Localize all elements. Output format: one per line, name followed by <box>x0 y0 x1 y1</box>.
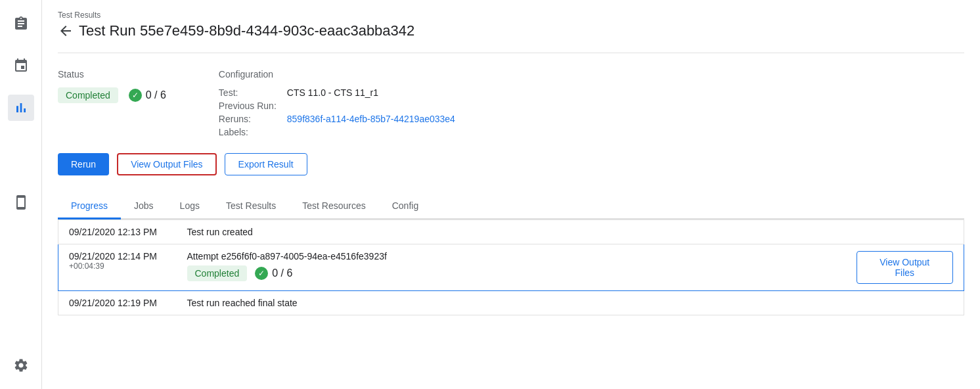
status-section: Status Completed ✓ 0 / 6 <box>58 69 166 137</box>
sidebar-item-chart[interactable] <box>8 95 34 121</box>
back-button[interactable] <box>58 23 74 39</box>
view-output-cell: View Output Files <box>846 244 964 291</box>
info-row: Status Completed ✓ 0 / 6 Configuration T… <box>58 69 964 137</box>
sidebar-item-device[interactable] <box>8 189 34 216</box>
status-label: Status <box>58 69 166 80</box>
attempt-check-icon: ✓ <box>255 267 268 280</box>
attempt-score: ✓ 0 / 6 <box>255 267 292 280</box>
config-label: Configuration <box>219 69 455 80</box>
event-cell: Test run reached final state <box>177 291 846 315</box>
config-key-reruns: Reruns: <box>219 114 277 124</box>
timestamp-primary: 09/21/2020 12:14 PM <box>69 251 166 262</box>
attempt-badges: Completed ✓ 0 / 6 <box>187 265 835 281</box>
tab-jobs[interactable]: Jobs <box>121 194 167 219</box>
tab-progress[interactable]: Progress <box>58 194 121 219</box>
attempt-view-output-button[interactable]: View Output Files <box>857 251 954 284</box>
sidebar-item-clipboard[interactable] <box>8 11 34 37</box>
config-value-labels <box>287 127 455 137</box>
tab-test-resources[interactable]: Test Resources <box>289 194 378 219</box>
config-key-prevrun: Previous Run: <box>219 101 277 111</box>
config-section: Configuration Test: CTS 11.0 - CTS 11_r1… <box>219 69 455 137</box>
sidebar <box>0 0 42 389</box>
tab-config[interactable]: Config <box>379 194 432 219</box>
config-key-labels: Labels: <box>219 127 277 137</box>
tabs: Progress Jobs Logs Test Results Test Res… <box>58 194 964 219</box>
timestamp-cell: 09/21/2020 12:14 PM +00:04:39 <box>58 244 177 291</box>
config-link-reruns[interactable]: 859f836f-a114-4efb-85b7-44219ae033e4 <box>287 114 455 124</box>
timestamp-cell: 09/21/2020 12:19 PM <box>58 291 177 315</box>
divider <box>58 53 964 53</box>
progress-table: 09/21/2020 12:13 PM Test run created 09/… <box>58 219 964 315</box>
tab-logs[interactable]: Logs <box>167 194 213 219</box>
page-title: Test Run 55e7e459-8b9d-4344-903c-eaac3ab… <box>79 22 414 39</box>
tab-test-results[interactable]: Test Results <box>213 194 289 219</box>
timestamp-cell: 09/21/2020 12:13 PM <box>58 220 177 244</box>
config-value-test: CTS 11.0 - CTS 11_r1 <box>287 87 455 98</box>
status-badges: Completed ✓ 0 / 6 <box>58 87 166 103</box>
timestamp-offset: +00:04:39 <box>69 262 166 271</box>
actions-bar: Rerun View Output Files Export Result <box>58 153 964 175</box>
check-circle-icon: ✓ <box>129 89 142 102</box>
sidebar-item-settings[interactable] <box>8 352 34 378</box>
attempt-status-badge: Completed <box>187 265 248 281</box>
event-cell: Test run created <box>177 220 846 244</box>
sidebar-item-calendar[interactable] <box>8 53 34 79</box>
table-row: 09/21/2020 12:19 PM Test run reached fin… <box>58 291 964 315</box>
status-badge: Completed <box>58 87 118 103</box>
table-row: 09/21/2020 12:13 PM Test run created <box>58 220 964 244</box>
config-grid: Test: CTS 11.0 - CTS 11_r1 Previous Run:… <box>219 87 455 137</box>
main-content: Test Results Test Run 55e7e459-8b9d-4344… <box>42 0 980 389</box>
attempt-content: Attempt e256f6f0-a897-4005-94ea-e4516fe3… <box>187 251 835 281</box>
config-value-prevrun <box>287 101 455 111</box>
status-score: ✓ 0 / 6 <box>129 89 166 102</box>
attempt-cell: Attempt e256f6f0-a897-4005-94ea-e4516fe3… <box>177 244 846 291</box>
export-result-button[interactable]: Export Result <box>225 153 307 175</box>
table-row: 09/21/2020 12:14 PM +00:04:39 Attempt e2… <box>58 244 964 291</box>
config-key-test: Test: <box>219 87 277 98</box>
attempt-id: Attempt e256f6f0-a897-4005-94ea-e4516fe3… <box>187 251 835 262</box>
view-output-button[interactable]: View Output Files <box>117 153 216 175</box>
rerun-button[interactable]: Rerun <box>58 153 109 175</box>
breadcrumb: Test Results <box>58 11 964 20</box>
